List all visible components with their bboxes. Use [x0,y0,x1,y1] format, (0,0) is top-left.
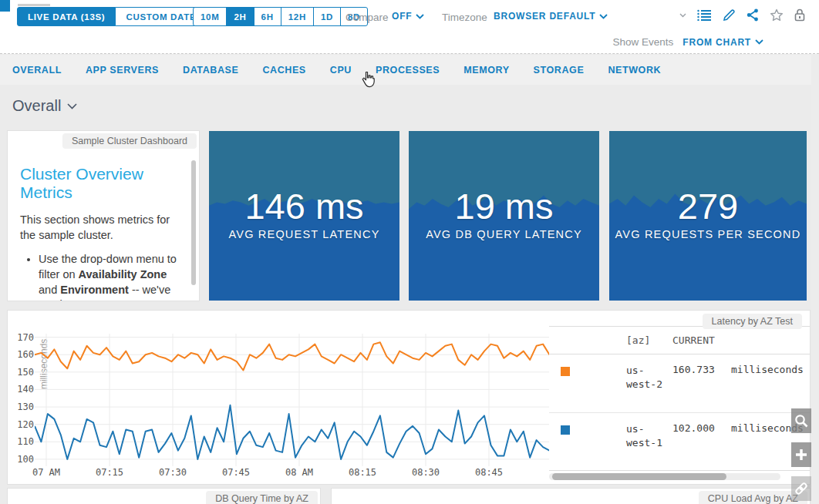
card-heading: Cluster Overview Metrics [20,165,187,202]
legend-horizontal-scrollbar[interactable] [549,473,780,480]
x-tick-5: 08 AM [278,467,321,478]
legend-row-us-west-2[interactable]: us-west-2160.733milliseconds [549,354,810,412]
pointer-hand-cursor-icon [362,71,376,91]
chart-action-buttons [791,408,811,504]
tab-processes[interactable]: PROCESSES [376,65,440,76]
y-tick-150: 150 [9,367,34,378]
tab-caches[interactable]: CACHES [262,65,305,76]
legend-unit: milliseconds [731,364,804,375]
metric-tile-3[interactable]: 279AVG REQUESTS PER SECOND [609,131,807,301]
live-data-button[interactable]: LIVE DATA (13S) [17,7,116,26]
metric-tile-2[interactable]: 19 msAVG DB QUERY LATENCY [409,131,599,301]
pencil-edit-icon[interactable] [723,8,736,22]
y-tick-160: 160 [9,349,34,360]
tab-app-servers[interactable]: APP SERVERS [86,65,159,76]
legend-col-current: CURRENT [672,334,715,346]
live-data-toggle-group: LIVE DATA (13S) CUSTOM DATE [17,7,207,26]
legend-series-name: us-west-2 [626,364,668,391]
y-tick-170: 170 [9,332,34,343]
x-tick-6: 08:15 [341,467,384,478]
time-preset-group: 10M2H6H12H1D8D [193,7,368,26]
time-preset-6h[interactable]: 6H [254,7,281,26]
x-tick-1: 07 AM [25,467,68,478]
events-row: Show Events FROM CHART [0,31,819,54]
x-tick-2: 07:15 [88,467,131,478]
tab-cpu[interactable]: CPU [330,65,352,76]
tile-text: 279AVG REQUESTS PER SECOND [609,186,807,240]
card-paragraph: This section shows metrics for the sampl… [20,213,187,243]
time-preset-12h[interactable]: 12H [281,7,314,26]
tab-memory[interactable]: MEMORY [463,65,509,76]
search-magnifier-icon[interactable] [791,408,811,433]
tile-text: 19 msAVG DB QUERY LATENCY [409,186,599,240]
compare-value: OFF [392,11,412,22]
show-events-value: FROM CHART [682,37,751,48]
section-header[interactable]: Overall [12,97,77,115]
y-tick-140: 140 [9,384,34,395]
chart-title-badge: Latency by AZ Test [703,314,802,329]
collapse-chevron-icon[interactable] [679,13,686,18]
card-scrollbar[interactable] [191,160,196,285]
dashboard-screen: LIVE DATA (13S) CUSTOM DATE 10M2H6H12H1D… [0,0,819,504]
chart-legend-table: [az] CURRENT us-west-2160.733millisecond… [549,326,810,471]
link-chain-icon[interactable] [791,476,811,501]
y-tick-130: 130 [9,402,34,412]
compare-select[interactable]: OFF [392,11,424,22]
latency-line-chart[interactable] [35,334,556,466]
timezone-value: BROWSER DEFAULT [494,11,595,22]
x-tick-3: 07:30 [151,467,194,478]
toolbar-icons [679,8,805,22]
legend-swatch [561,425,570,435]
dashboard-badge: Sample Cluster Dashboard [62,133,197,149]
tab-overall[interactable]: OVERALL [12,65,62,76]
section-title-text: Overall [12,97,61,115]
x-tick-8: 08:45 [467,467,511,478]
tab-database[interactable]: DATABASE [183,65,238,76]
legend-scrollbar-thumb[interactable] [552,473,726,480]
show-events-select[interactable]: FROM CHART [682,37,763,48]
legend-current-value: 102.000 [672,422,715,434]
chevron-down-icon [599,14,608,19]
tile-text: 146 msAVG REQUEST LATENCY [209,186,399,240]
tile-value: 19 ms [409,186,599,227]
time-preset-1d[interactable]: 1D [313,7,341,26]
star-favorite-icon[interactable] [770,8,784,22]
timezone-select[interactable]: BROWSER DEFAULT [494,11,608,22]
y-tick-110: 110 [9,436,34,447]
tile-label: AVG DB QUERY LATENCY [409,228,599,240]
latency-chart-card: Latency by AZ Test milliseconds 10011012… [8,311,810,484]
cpu-load-chart-card: CPU Load Avg by AZ [332,489,810,504]
legend-series-name: us-west-1 [626,422,668,450]
metric-tile-1[interactable]: 146 msAVG REQUEST LATENCY [209,131,399,301]
card-bullet-item: Use the drop-down menu to filter on Avai… [39,252,187,301]
series-line-us-west-1[interactable] [35,405,556,459]
add-plus-icon[interactable] [791,442,811,467]
card-bullet-list: Use the drop-down menu to filter on Avai… [39,252,187,301]
legend-swatch [561,367,570,376]
legend-current-value: 160.733 [672,364,715,375]
list-icon[interactable] [697,9,712,21]
page-scrollbar[interactable] [811,54,819,504]
tile-value: 279 [609,186,807,227]
y-tick-100: 100 [9,454,34,465]
clipped-edge-button[interactable] [0,0,10,12]
section-tabs: OVERALLAPP SERVERSDATABASECACHESCPUPROCE… [0,55,819,85]
chevron-down-icon [67,103,77,109]
tab-network[interactable]: NETWORK [608,65,661,76]
series-line-us-west-2[interactable] [35,342,556,370]
tile-value: 146 ms [209,186,399,227]
x-tick-7: 08:30 [404,467,447,478]
time-preset-10m[interactable]: 10M [193,7,227,26]
markdown-card: Sample Cluster Dashboard Cluster Overvie… [8,131,199,301]
x-tick-4: 07:45 [214,467,258,478]
tab-storage[interactable]: STORAGE [534,65,585,76]
db-query-chart-card: DB Query Time by AZ [8,489,320,504]
time-preset-2h[interactable]: 2H [226,7,254,26]
legend-col-az: [az] [626,334,650,346]
show-events-label: Show Events [613,36,674,48]
tile-label: AVG REQUESTS PER SECOND [609,228,807,240]
share-icon[interactable] [747,8,759,22]
y-tick-120: 120 [9,419,34,430]
legend-row-us-west-1[interactable]: us-west-1102.000milliseconds [549,412,810,470]
lock-icon[interactable] [794,8,805,22]
